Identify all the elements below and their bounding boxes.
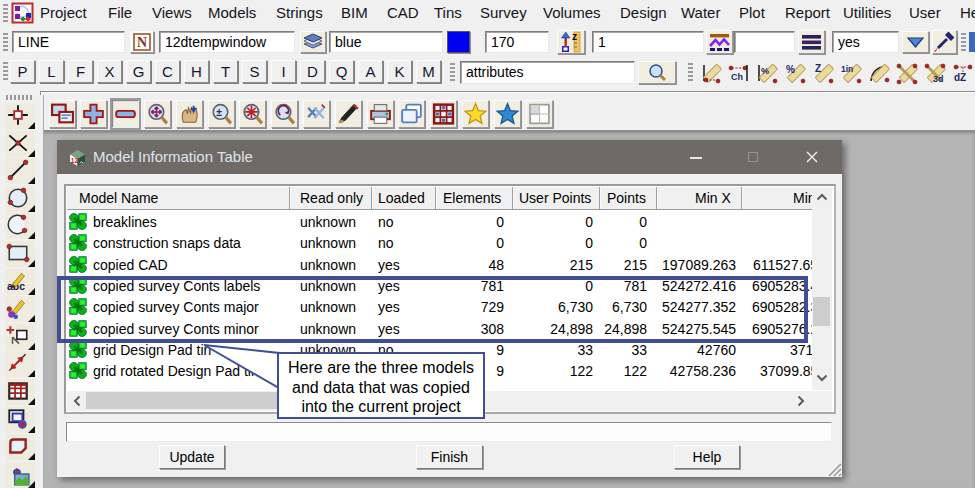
svg-text:Ch: Ch bbox=[731, 72, 743, 82]
svg-text:3d: 3d bbox=[933, 74, 944, 84]
svg-text:1in: 1in bbox=[841, 64, 853, 74]
svg-text:12: 12 bbox=[71, 157, 79, 164]
svg-text:dZ: dZ bbox=[954, 72, 966, 83]
svg-text:Z: Z bbox=[815, 63, 821, 74]
svg-text:±: ± bbox=[216, 107, 222, 118]
svg-text:%: % bbox=[786, 64, 795, 75]
svg-text:N: N bbox=[137, 35, 147, 50]
svg-text:%: % bbox=[761, 66, 769, 76]
svg-text:z: z bbox=[572, 31, 577, 42]
